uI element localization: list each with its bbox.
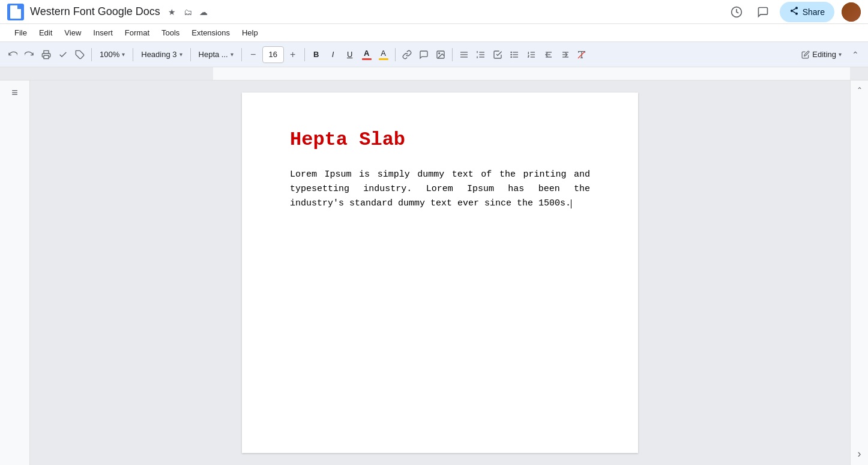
svg-point-19	[511, 54, 511, 55]
body-text: Lorem Ipsum is simply dummy text of the …	[290, 169, 590, 208]
document-area: Hepta Slab Lorem Ipsum is simply dummy t…	[30, 81, 850, 465]
menu-extensions[interactable]: Extensions	[187, 26, 235, 39]
editing-mode-button[interactable]: Editing ▾	[797, 46, 846, 64]
align-button[interactable]	[456, 46, 472, 64]
document-body: Lorem Ipsum is simply dummy text of the …	[290, 168, 590, 211]
decrease-font-size-button[interactable]: −	[246, 46, 261, 64]
ruler-white	[213, 67, 850, 80]
menu-view[interactable]: View	[59, 26, 86, 39]
indent-increase-button[interactable]	[557, 46, 573, 64]
clear-format-button[interactable]	[574, 46, 589, 64]
svg-point-20	[511, 56, 511, 57]
title-bar: Western Font Google Docs ★ 🗂 ☁	[0, 0, 868, 24]
title-right-actions: Share	[727, 2, 861, 22]
checklist-button[interactable]	[490, 46, 505, 64]
zoom-select[interactable]: 100% ▾	[95, 46, 129, 64]
font-value: Hepta ...	[199, 50, 228, 59]
svg-point-3	[795, 12, 798, 14]
undo-button[interactable]	[5, 46, 20, 64]
separator-1	[91, 48, 92, 61]
separator-5	[304, 48, 305, 61]
svg-line-5	[792, 8, 795, 10]
menu-insert[interactable]: Insert	[88, 26, 118, 39]
underline-button[interactable]: U	[342, 46, 358, 64]
style-arrow: ▾	[179, 51, 182, 58]
style-value: Heading 3	[141, 50, 176, 59]
collapse-button[interactable]: ⌃	[852, 83, 867, 97]
avatar[interactable]	[842, 2, 861, 22]
print-button[interactable]	[38, 46, 54, 64]
highlight-indicator: A	[379, 49, 388, 60]
list-button[interactable]	[507, 46, 522, 64]
editing-label: Editing	[812, 50, 836, 59]
separator-4	[241, 48, 242, 61]
numbered-list-button[interactable]	[523, 46, 539, 64]
folder-icon[interactable]: 🗂	[182, 6, 194, 18]
highlight-color-button[interactable]: A	[376, 46, 391, 64]
font-select[interactable]: Hepta ... ▾	[194, 46, 238, 64]
share-icon	[789, 6, 799, 18]
increase-font-size-button[interactable]: +	[285, 46, 301, 64]
menu-file[interactable]: File	[10, 26, 32, 39]
sidebar-panel: ≡	[0, 81, 30, 465]
menu-bar: File Edit View Insert Format Tools Exten…	[0, 24, 868, 42]
history-icon[interactable]	[727, 2, 746, 22]
comment-button[interactable]	[416, 46, 432, 64]
indent-decrease-button[interactable]	[540, 46, 556, 64]
zoom-arrow: ▾	[122, 51, 125, 58]
outline-icon[interactable]: ≡	[11, 87, 18, 99]
expand-button[interactable]: ⌃	[848, 46, 863, 64]
editing-arrow: ▾	[839, 51, 842, 58]
image-button[interactable]	[433, 46, 448, 64]
link-button[interactable]	[399, 46, 415, 64]
separator-6	[395, 48, 396, 61]
redo-button[interactable]	[22, 46, 37, 64]
separator-2	[133, 48, 133, 61]
separator-7	[452, 48, 453, 61]
cloud-icon[interactable]: ☁	[197, 6, 209, 18]
paint-format-button[interactable]	[72, 46, 88, 64]
svg-line-4	[792, 11, 795, 13]
font-color-indicator: A	[362, 49, 372, 60]
main-layout: ≡ Hepta Slab Lorem Ipsum is simply dummy…	[0, 81, 868, 465]
svg-point-2	[791, 10, 793, 12]
menu-help[interactable]: Help	[237, 26, 263, 39]
document-page: Hepta Slab Lorem Ipsum is simply dummy t…	[242, 93, 638, 453]
separator-3	[190, 48, 191, 61]
menu-tools[interactable]: Tools	[157, 26, 184, 39]
text-cursor	[571, 199, 571, 208]
docs-icon	[7, 4, 24, 20]
font-color-button[interactable]: A	[359, 46, 375, 64]
zoom-value: 100%	[100, 50, 119, 59]
line-spacing-button[interactable]	[473, 46, 489, 64]
font-size-display[interactable]: 16	[262, 46, 284, 63]
font-arrow: ▾	[231, 51, 234, 58]
toolbar: 100% ▾ Heading 3 ▾ Hepta ... ▾ − 16 + B …	[0, 42, 868, 67]
style-select[interactable]: Heading 3 ▾	[137, 46, 186, 64]
ruler	[0, 67, 868, 81]
document-title: Western Font Google Docs	[30, 5, 160, 18]
expand-side-button[interactable]: ›	[858, 448, 861, 465]
svg-point-1	[795, 7, 798, 9]
svg-point-8	[438, 52, 439, 53]
menu-format[interactable]: Format	[120, 26, 154, 39]
comment-icon[interactable]	[753, 2, 773, 22]
menu-edit[interactable]: Edit	[34, 26, 57, 39]
share-label: Share	[803, 7, 825, 17]
document-heading: Hepta Slab	[290, 129, 590, 151]
share-button[interactable]: Share	[780, 2, 834, 22]
title-action-icons: ★ 🗂 ☁	[166, 6, 209, 18]
italic-button[interactable]: I	[325, 46, 341, 64]
svg-point-18	[511, 52, 511, 52]
svg-rect-6	[44, 55, 49, 58]
bold-button[interactable]: B	[309, 46, 324, 64]
star-icon[interactable]: ★	[166, 6, 178, 18]
right-panel: ⌃ ›	[850, 81, 868, 465]
spellcheck-button[interactable]	[55, 46, 71, 64]
